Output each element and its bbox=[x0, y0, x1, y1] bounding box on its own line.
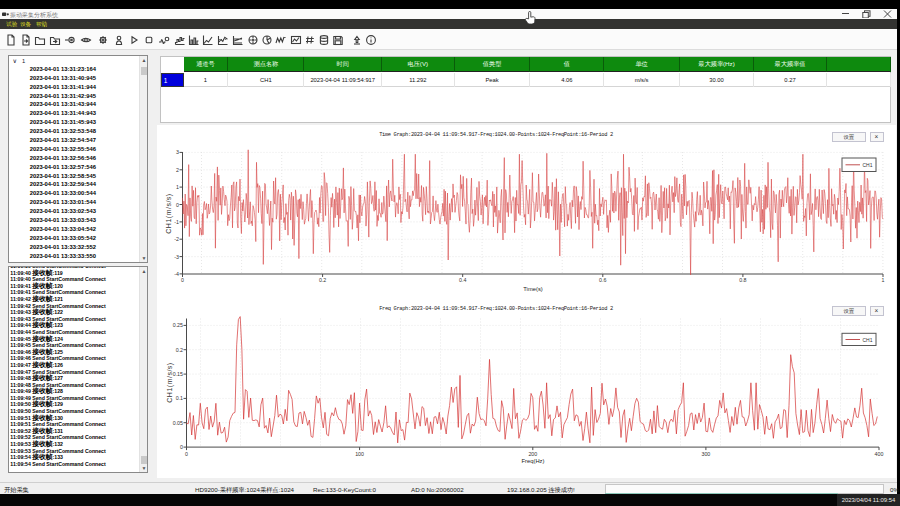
svg-text:Time(s): Time(s) bbox=[523, 285, 542, 291]
svg-text:-2: -2 bbox=[174, 236, 179, 242]
svg-text:200: 200 bbox=[528, 450, 537, 456]
svg-text:0: 0 bbox=[181, 276, 184, 282]
svg-text:0.25: 0.25 bbox=[173, 322, 183, 328]
svg-text:0.4: 0.4 bbox=[459, 276, 466, 282]
svg-text:Freq(Hz): Freq(Hz) bbox=[522, 458, 545, 464]
svg-text:3: 3 bbox=[176, 149, 179, 155]
svg-text:-3: -3 bbox=[174, 253, 179, 259]
svg-text:2: 2 bbox=[176, 166, 179, 172]
svg-text:0.2: 0.2 bbox=[176, 346, 183, 352]
svg-text:0.1: 0.1 bbox=[176, 395, 183, 401]
svg-text:0.6: 0.6 bbox=[599, 276, 606, 282]
svg-text:0: 0 bbox=[176, 201, 179, 207]
svg-text:100: 100 bbox=[355, 450, 364, 456]
svg-text:CH1: CH1 bbox=[863, 336, 873, 342]
svg-text:0.05: 0.05 bbox=[173, 419, 183, 425]
svg-text:CH1: CH1 bbox=[863, 162, 873, 168]
svg-text:0.2: 0.2 bbox=[319, 276, 326, 282]
svg-text:-1: -1 bbox=[174, 218, 179, 224]
svg-text:1: 1 bbox=[176, 184, 179, 190]
svg-text:300: 300 bbox=[701, 450, 710, 456]
svg-text:0: 0 bbox=[185, 450, 188, 456]
svg-text:400: 400 bbox=[875, 450, 884, 456]
svg-text:-4: -4 bbox=[174, 270, 179, 276]
svg-text:1: 1 bbox=[882, 276, 885, 282]
svg-text:0: 0 bbox=[180, 444, 183, 450]
svg-text:CH1(m/s/s): CH1(m/s/s) bbox=[165, 193, 173, 233]
svg-text:CH1(m/s/s): CH1(m/s/s) bbox=[166, 362, 174, 402]
svg-text:0.8: 0.8 bbox=[739, 276, 746, 282]
svg-text:0.15: 0.15 bbox=[173, 371, 183, 377]
